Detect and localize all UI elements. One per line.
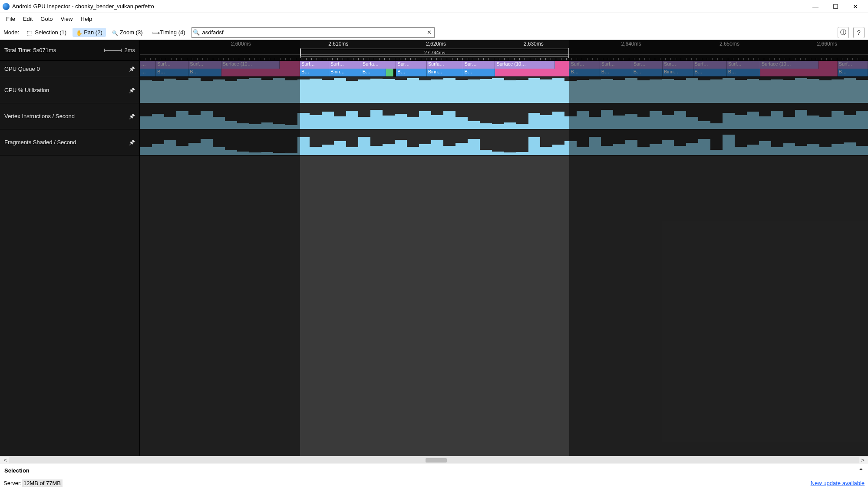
- queue-block[interactable]: B…: [600, 69, 632, 76]
- track-gpu-queue-header[interactable]: GPU Queue 0: [0, 61, 140, 77]
- chart-bar: [577, 147, 589, 155]
- queue-block[interactable]: Binn…: [329, 69, 361, 76]
- minimize-button[interactable]: —: [805, 0, 825, 13]
- queue-block[interactable]: B…: [569, 69, 600, 76]
- chart-bar: [771, 147, 783, 155]
- help-button[interactable]: ?: [853, 27, 865, 38]
- chart-bar: [577, 111, 589, 129]
- close-button[interactable]: ✕: [845, 0, 865, 13]
- queue-block[interactable]: B…: [632, 69, 663, 76]
- search-clear-button[interactable]: ✕: [425, 29, 434, 36]
- chart-bar: [783, 143, 795, 155]
- queue-block[interactable]: Binn…: [663, 69, 693, 76]
- chevron-up-icon[interactable]: ⌃: [858, 467, 864, 474]
- queue-block[interactable]: B…: [396, 69, 426, 76]
- queue-block[interactable]: Surface (10…: [495, 61, 555, 69]
- maximize-button[interactable]: ☐: [825, 0, 845, 13]
- track-vertex-header[interactable]: Vertex Instructions / Second: [0, 103, 140, 129]
- queue-block[interactable]: Surf…: [156, 61, 188, 69]
- chart-bar: [225, 121, 237, 129]
- chart-bar: [297, 137, 310, 155]
- queue-block[interactable]: Surface (10…: [221, 61, 280, 69]
- queue-block[interactable]: [386, 69, 393, 76]
- queue-block[interactable]: Surf…: [600, 61, 632, 69]
- pin-icon[interactable]: [129, 87, 135, 93]
- queue-block[interactable]: Sur…: [632, 61, 663, 69]
- queue-block[interactable]: B…: [188, 69, 221, 76]
- chart-bar: [662, 115, 674, 129]
- chart-bar: [723, 78, 735, 103]
- menu-goto[interactable]: Goto: [37, 14, 56, 24]
- queue-block[interactable]: [760, 69, 838, 76]
- horizontal-scrollbar[interactable]: < >: [0, 456, 868, 464]
- chart-bar: [771, 79, 783, 103]
- menu-edit[interactable]: Edit: [20, 14, 36, 24]
- queue-block[interactable]: B…: [838, 69, 868, 76]
- queue-block[interactable]: B…: [361, 69, 386, 76]
- queue-block[interactable]: Surf…: [300, 61, 329, 69]
- queue-block[interactable]: Surf…: [727, 61, 760, 69]
- queue-block[interactable]: B…: [463, 69, 495, 76]
- mode-timing-button[interactable]: Timing (4): [149, 28, 189, 37]
- queue-block[interactable]: [280, 61, 300, 69]
- info-button[interactable]: ⓘ: [838, 27, 849, 38]
- chart-bar: [613, 116, 625, 129]
- gpu-queue-lane[interactable]: …Surf…Surf…Surface (10…Surf…Surf…Surfa…S…: [140, 61, 868, 77]
- queue-block[interactable]: Sur…: [396, 61, 426, 69]
- ruler-leftcol: Total Time: 5s071ms 2ms: [0, 40, 140, 60]
- selection-panel-title: Selection: [4, 467, 30, 474]
- scroll-left-arrow-icon[interactable]: <: [2, 457, 9, 463]
- queue-block[interactable]: Surfa…: [361, 61, 396, 69]
- queue-block[interactable]: Binn…: [427, 69, 463, 76]
- fragments-chart[interactable]: [140, 129, 868, 155]
- queue-block[interactable]: B…: [156, 69, 188, 76]
- chart-bar: [723, 135, 735, 155]
- queue-block[interactable]: Surfa…: [427, 61, 463, 69]
- queue-block[interactable]: B…: [300, 69, 329, 76]
- update-available-link[interactable]: New update available: [811, 480, 865, 486]
- queue-block[interactable]: Sur…: [463, 61, 495, 69]
- scroll-right-arrow-icon[interactable]: >: [859, 457, 866, 463]
- mode-pan-button[interactable]: Pan (2): [73, 28, 106, 37]
- selection-range-indicator[interactable]: 27.744ms: [300, 49, 569, 56]
- chart-bar: [492, 78, 504, 103]
- queue-block[interactable]: B…: [693, 69, 727, 76]
- queue-block[interactable]: Sur…: [663, 61, 693, 69]
- queue-block[interactable]: …: [140, 61, 156, 69]
- queue-block[interactable]: [818, 61, 838, 69]
- track-gpu-utilization: GPU % Utilization: [0, 77, 868, 103]
- ruler-area[interactable]: 2,600ms2,610ms2,620ms2,630ms2,640ms2,650…: [140, 40, 868, 60]
- mode-selection-button[interactable]: Selection (1): [23, 28, 70, 37]
- chart-bar: [225, 81, 237, 103]
- queue-block[interactable]: Surf…: [838, 61, 868, 69]
- vertex-chart[interactable]: [140, 103, 868, 129]
- queue-block[interactable]: Surf…: [569, 61, 600, 69]
- track-fragments-header[interactable]: Fragments Shaded / Second: [0, 129, 140, 155]
- search-input[interactable]: [201, 28, 425, 37]
- queue-block[interactable]: B…: [727, 69, 760, 76]
- track-gpu-util-header[interactable]: GPU % Utilization: [0, 77, 140, 103]
- queue-block[interactable]: [555, 61, 570, 69]
- mode-zoom-button[interactable]: Zoom (3): [109, 28, 146, 37]
- pin-icon[interactable]: [129, 66, 135, 72]
- selection-panel-header[interactable]: Selection ⌃: [0, 464, 868, 477]
- menu-help[interactable]: Help: [77, 14, 96, 24]
- pin-icon[interactable]: [129, 139, 135, 145]
- queue-block[interactable]: Surf…: [329, 61, 361, 69]
- scrollbar-thumb[interactable]: [426, 458, 447, 463]
- chart-bar: [528, 78, 541, 103]
- queue-block[interactable]: [495, 69, 569, 76]
- scrollbar-track[interactable]: [9, 457, 859, 463]
- pin-icon[interactable]: [129, 113, 135, 119]
- menu-view[interactable]: View: [57, 14, 76, 24]
- chart-bar: [140, 116, 152, 129]
- queue-block[interactable]: Surf…: [188, 61, 221, 69]
- queue-block[interactable]: Surface (10…: [760, 61, 818, 69]
- queue-block[interactable]: …: [140, 69, 156, 76]
- menu-file[interactable]: File: [3, 14, 19, 24]
- gpu-util-chart[interactable]: [140, 77, 868, 103]
- track-fragments: Fragments Shaded / Second: [0, 129, 868, 155]
- queue-block[interactable]: [221, 69, 300, 76]
- timeline-empty-area[interactable]: [0, 155, 868, 456]
- queue-block[interactable]: Surf…: [693, 61, 727, 69]
